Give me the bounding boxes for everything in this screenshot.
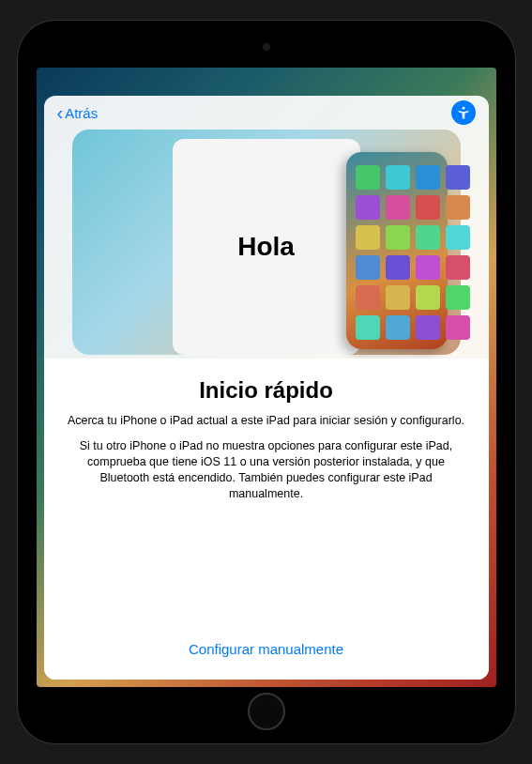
app-icon [356, 315, 380, 340]
app-icon [356, 195, 380, 220]
setup-modal: ‹ Atrás Hola [44, 96, 489, 680]
greeting-text: Hola [237, 232, 295, 262]
spacer [67, 501, 466, 634]
back-button[interactable]: ‹ Atrás [57, 103, 99, 122]
iphone-mockup [346, 152, 448, 349]
app-icon [416, 225, 440, 250]
configure-manually-link[interactable]: Configurar manualmente [67, 634, 466, 665]
app-icon [386, 225, 410, 250]
sheet-description-secondary: Si tu otro iPhone o iPad no muestra opci… [67, 438, 466, 502]
app-icon [416, 165, 440, 190]
home-button[interactable] [248, 693, 285, 730]
app-icon [386, 255, 410, 280]
quick-start-sheet: Inicio rápido Acerca tu iPhone o iPad ac… [44, 359, 489, 680]
app-icon [446, 315, 470, 340]
app-icon [416, 315, 440, 340]
app-icon [386, 315, 410, 340]
screen: ‹ Atrás Hola [37, 68, 496, 687]
app-icon [446, 195, 470, 220]
app-icon [446, 225, 470, 250]
app-icon [356, 165, 380, 190]
greeting-card: Hola [173, 139, 360, 355]
app-icon [416, 255, 440, 280]
sheet-title: Inicio rápido [67, 377, 466, 404]
back-label: Atrás [65, 105, 98, 121]
chevron-left-icon: ‹ [57, 103, 64, 122]
accessibility-button[interactable] [451, 100, 476, 125]
ipad-device-frame: ‹ Atrás Hola [18, 21, 515, 743]
app-icon [416, 285, 440, 310]
app-icon [386, 195, 410, 220]
hero-illustration: Hola [44, 130, 489, 364]
app-icon [356, 285, 380, 310]
app-icon [416, 195, 440, 220]
app-icon [446, 255, 470, 280]
app-icon [386, 165, 410, 190]
svg-point-0 [462, 107, 464, 110]
app-icon [356, 255, 380, 280]
modal-header: ‹ Atrás [44, 96, 489, 130]
app-icon [356, 225, 380, 250]
app-icon-grid [356, 165, 438, 340]
accessibility-icon [456, 105, 471, 120]
front-camera [263, 43, 270, 51]
app-icon [446, 285, 470, 310]
app-icon [386, 285, 410, 310]
app-icon [446, 165, 470, 190]
sheet-description-primary: Acerca tu iPhone o iPad actual a este iP… [67, 413, 466, 429]
